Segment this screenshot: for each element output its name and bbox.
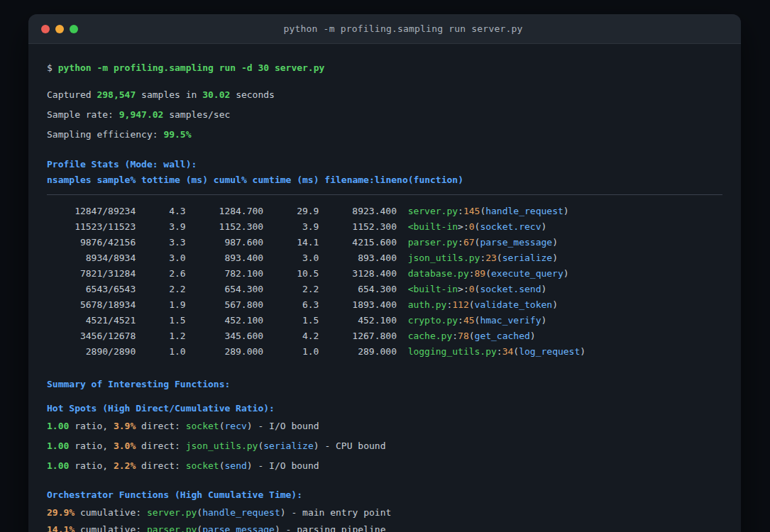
function-cell: <built-in>:0(socket.recv) bbox=[408, 221, 547, 232]
orchestrator-line: 14.1% cumulative: parser.py(parse_messag… bbox=[47, 523, 722, 532]
close-paren: ) bbox=[580, 346, 585, 357]
sample-rate-line: Sample rate: 9,947.02 samples/sec bbox=[47, 108, 722, 122]
table-row: 8934/89343.0893.4003.0893.400json_utils.… bbox=[47, 250, 722, 266]
function-name-text: serialize bbox=[502, 253, 552, 263]
cumtime-cell: 452.100 bbox=[324, 313, 397, 328]
direct-label: direct: bbox=[136, 421, 185, 431]
close-button[interactable] bbox=[41, 25, 50, 33]
table-divider bbox=[47, 194, 722, 195]
prompt-symbol: $ bbox=[47, 62, 58, 73]
nsamples-cell: 2890/2890 bbox=[47, 344, 136, 360]
cumtime-cell: 3128.400 bbox=[324, 266, 397, 282]
function-name-text: serialize bbox=[263, 440, 313, 451]
direct-label: direct: bbox=[136, 440, 185, 451]
function-cell: auth.py:112(validate_token) bbox=[408, 299, 558, 310]
hot-spot-line: 1.00 ratio, 2.2% direct: socket(send) - … bbox=[47, 459, 722, 473]
sample-pct-cell: 1.2 bbox=[141, 328, 186, 344]
filename-text: <built-in bbox=[408, 221, 458, 232]
sample-pct-cell: 3.0 bbox=[141, 250, 186, 266]
close-paren: ) bbox=[247, 460, 253, 471]
close-paren: ) bbox=[314, 440, 319, 451]
command-text: python -m profiling.sampling run -d 30 s… bbox=[58, 62, 325, 73]
sample-pct-cell: 1.0 bbox=[141, 344, 186, 360]
filename-text: cache.py bbox=[408, 331, 453, 341]
sample-pct-cell: 3.9 bbox=[141, 219, 186, 235]
filename-separator: >: bbox=[458, 221, 469, 232]
lineno-text: 89 bbox=[475, 268, 486, 279]
nsamples-cell: 12847/89234 bbox=[47, 204, 136, 219]
table-row: 4521/45211.5452.1001.5452.100crypto.py:4… bbox=[47, 313, 722, 328]
function-cell: json_utils.py:23(serialize) bbox=[408, 253, 558, 263]
filename-separator: >: bbox=[458, 284, 469, 294]
bound-note: - I/O bound bbox=[253, 460, 319, 471]
ratio-label: ratio, bbox=[69, 421, 114, 431]
cumtime-cell: 1267.800 bbox=[324, 328, 397, 344]
lineno-text: 0 bbox=[469, 221, 475, 232]
close-paren: ) bbox=[541, 284, 546, 294]
ratio-value: 1.00 bbox=[47, 440, 69, 451]
function-name-text: log_request bbox=[519, 346, 580, 357]
lineno-text: 67 bbox=[463, 237, 475, 248]
sample-rate-unit: samples/sec bbox=[163, 109, 230, 120]
lineno-text: 78 bbox=[458, 331, 469, 341]
cumul-pct-cell: 29.9 bbox=[269, 204, 319, 219]
cumul-pct-cell: 1.0 bbox=[269, 344, 319, 360]
minimize-button[interactable] bbox=[55, 25, 64, 33]
sample-rate-label: Sample rate: bbox=[47, 109, 119, 120]
nsamples-cell: 6543/6543 bbox=[47, 282, 136, 297]
cumtime-cell: 8923.400 bbox=[324, 204, 397, 219]
cumul-pct-cell: 6.3 bbox=[269, 297, 319, 313]
sample-rate-value: 9,947.02 bbox=[119, 109, 164, 120]
cumtime-cell: 654.300 bbox=[324, 282, 397, 297]
cumul-pct-cell: 2.2 bbox=[269, 282, 319, 297]
target-text: socket bbox=[186, 421, 219, 431]
sampling-efficiency-line: Sampling efficiency: 99.5% bbox=[47, 128, 722, 142]
open-paren: ( bbox=[197, 524, 202, 532]
shell-command-line: $ python -m profiling.sampling run -d 30… bbox=[47, 61, 722, 75]
ratio-value: 1.00 bbox=[47, 460, 69, 471]
close-paren: ) bbox=[563, 268, 569, 279]
filename-text: <built-in bbox=[408, 284, 458, 294]
profile-stats-heading: Profile Stats (Mode: wall): bbox=[47, 157, 722, 172]
table-row: 3456/126781.2345.6004.21267.800cache.py:… bbox=[47, 328, 722, 344]
maximize-button[interactable] bbox=[70, 25, 78, 33]
table-row: 2890/28901.0289.0001.0289.000logging_uti… bbox=[47, 344, 722, 360]
function-name-text: hmac_verify bbox=[480, 315, 541, 326]
nsamples-cell: 7821/31284 bbox=[47, 266, 136, 282]
cumul-pct-cell: 3.0 bbox=[269, 250, 319, 266]
target-text: json_utils.py bbox=[186, 440, 258, 451]
sample-pct-cell: 1.9 bbox=[141, 297, 186, 313]
cumul-pct-cell: 3.9 bbox=[269, 219, 319, 235]
terminal-output: $ python -m profiling.sampling run -d 30… bbox=[28, 44, 741, 532]
sample-pct-cell: 1.5 bbox=[141, 313, 186, 328]
sample-pct-cell: 4.3 bbox=[141, 204, 186, 219]
tottime-cell: 345.600 bbox=[191, 328, 263, 344]
window-title: python -m profiling.sampling run server.… bbox=[78, 23, 728, 34]
captured-post-label: seconds bbox=[230, 89, 275, 100]
efficiency-label: Sampling efficiency: bbox=[47, 129, 163, 140]
cumulative-pct-value: 14.1% bbox=[47, 524, 75, 532]
cumul-pct-cell: 1.5 bbox=[269, 313, 319, 328]
filename-text: crypto.py bbox=[408, 315, 458, 326]
table-row: 11523/115233.91152.3003.91152.300<built-… bbox=[47, 219, 722, 235]
function-cell: logging_utils.py:34(log_request) bbox=[408, 346, 585, 357]
target-text: socket bbox=[186, 460, 219, 471]
nsamples-cell: 5678/18934 bbox=[47, 297, 136, 313]
sample-pct-cell: 3.3 bbox=[141, 235, 186, 250]
orchestrator-heading: Orchestrator Functions (High Cumulative … bbox=[47, 488, 722, 502]
lineno-text: 23 bbox=[485, 253, 497, 263]
summary-heading: Summary of Interesting Functions: bbox=[47, 377, 722, 392]
desktop-background: python -m profiling.sampling run server.… bbox=[0, 0, 770, 532]
tottime-cell: 782.100 bbox=[191, 266, 263, 282]
cumtime-cell: 1893.400 bbox=[324, 297, 397, 313]
nsamples-cell: 4521/4521 bbox=[47, 313, 136, 328]
cumtime-cell: 4215.600 bbox=[324, 235, 397, 250]
cumul-pct-cell: 4.2 bbox=[269, 328, 319, 344]
function-name-text: get_cached bbox=[475, 331, 530, 341]
sample-pct-cell: 2.2 bbox=[141, 282, 186, 297]
tottime-cell: 1152.300 bbox=[191, 219, 263, 235]
ratio-label: ratio, bbox=[69, 460, 114, 471]
traffic-lights bbox=[41, 25, 78, 33]
function-cell: cache.py:78(get_cached) bbox=[408, 331, 536, 341]
table-row: 12847/892344.31284.70029.98923.400server… bbox=[47, 204, 722, 219]
